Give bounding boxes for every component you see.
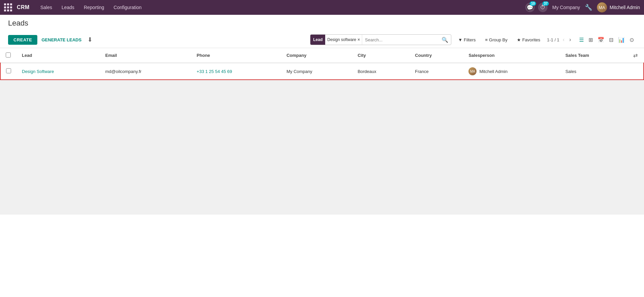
list-view-button[interactable]: ☰	[577, 35, 586, 44]
row-company: My Company	[287, 69, 312, 74]
row-email-cell: md@oilcompany.fr	[100, 63, 191, 80]
filter-group: ▼ Filters ≡ Group By ★ Favorites	[456, 36, 542, 44]
row-city: Bordeaux	[357, 69, 376, 74]
app-brand[interactable]: CRM	[17, 4, 30, 10]
download-button[interactable]: ⬇	[85, 35, 94, 45]
updates-badge: 37	[542, 1, 549, 6]
toolbar-left: CREATE GENERATE LEADS ⬇	[8, 35, 307, 45]
col-header-phone[interactable]: Phone	[191, 48, 281, 63]
graph-view-button[interactable]: 📊	[616, 35, 627, 44]
company-name[interactable]: My Company	[552, 5, 580, 10]
prev-page-button[interactable]: ‹	[561, 36, 566, 43]
col-header-company[interactable]: Company	[281, 48, 352, 63]
row-city-cell: Bordeaux	[352, 63, 410, 80]
row-checkbox[interactable]	[6, 68, 11, 73]
kanban-view-button[interactable]: ⊞	[586, 35, 595, 44]
filters-button[interactable]: ▼ Filters	[456, 36, 478, 44]
row-extra-cell	[627, 63, 644, 80]
group-by-icon: ≡	[485, 37, 488, 42]
updates-icon-btn[interactable]: ⏱ 37	[538, 3, 547, 12]
apps-menu-icon[interactable]	[4, 3, 12, 11]
nav-item-reporting[interactable]: Reporting	[80, 3, 108, 12]
row-checkbox-cell	[0, 63, 16, 80]
search-tag-value-container: Design software ×	[325, 35, 362, 45]
graph-icon: 📊	[618, 37, 625, 43]
nav-item-leads[interactable]: Leads	[58, 3, 78, 12]
list-icon: ☰	[579, 37, 584, 43]
search-icon: 🔍	[442, 37, 448, 43]
salesperson-avatar: MA	[468, 67, 477, 75]
avatar: MA	[597, 2, 607, 12]
nav-item-configuration[interactable]: Configuration	[110, 3, 146, 12]
col-lead-label: Lead	[22, 53, 32, 58]
row-salesperson-cell: MA Mitchell Admin	[463, 63, 560, 80]
user-name: Mitchell Admin	[610, 5, 640, 10]
col-header-sales-team[interactable]: Sales Team	[560, 48, 627, 63]
filters-label: Filters	[464, 37, 476, 42]
pivot-view-button[interactable]: ⊟	[607, 35, 615, 44]
col-header-city[interactable]: City	[352, 48, 410, 63]
select-all-checkbox[interactable]	[6, 52, 11, 58]
toolbar-right: Lead Design software × 🔍 ▼ Filters ≡	[310, 34, 636, 45]
filter-icon: ▼	[458, 37, 462, 42]
col-header-country[interactable]: Country	[410, 48, 463, 63]
row-country-cell: France	[410, 63, 463, 80]
next-page-button[interactable]: ›	[568, 36, 572, 43]
group-by-button[interactable]: ≡ Group By	[483, 36, 510, 44]
search-tag-close-btn[interactable]: ×	[357, 37, 360, 42]
column-settings-button[interactable]: ⇄	[633, 51, 638, 59]
col-header-lead[interactable]: Lead	[16, 48, 100, 63]
activity-icon: ⊙	[630, 37, 634, 43]
nav-item-sales[interactable]: Sales	[36, 3, 56, 12]
pagination-text: 1-1 / 1	[547, 37, 559, 42]
favorites-label: Favorites	[522, 37, 540, 42]
search-input[interactable]	[362, 37, 439, 42]
group-by-label: Group By	[489, 37, 507, 42]
col-sales-team-label: Sales Team	[565, 53, 589, 58]
favorites-button[interactable]: ★ Favorites	[515, 36, 542, 44]
activity-view-button[interactable]: ⊙	[628, 35, 636, 44]
row-phone-cell: +33 1 25 54 45 69	[191, 63, 281, 80]
star-icon: ★	[517, 37, 521, 42]
col-company-label: Company	[287, 53, 306, 58]
pivot-icon: ⊟	[609, 37, 613, 43]
col-phone-label: Phone	[197, 53, 210, 58]
messages-icon-btn[interactable]: 💬 10	[525, 3, 535, 12]
nav-right: 💬 10 ⏱ 37 My Company 🔧 MA Mitchell Admin	[525, 2, 640, 12]
salesperson-container: MA Mitchell Admin	[468, 67, 555, 75]
col-header-salesperson[interactable]: Salesperson	[463, 48, 560, 63]
pagination: 1-1 / 1 ‹ ›	[547, 36, 572, 43]
calendar-view-button[interactable]: 📅	[596, 35, 606, 44]
search-tag-lead: Lead	[310, 35, 325, 45]
col-salesperson-label: Salesperson	[468, 53, 494, 58]
row-company-cell: My Company	[281, 63, 352, 80]
avatar-image: MA	[597, 2, 607, 12]
page-header: Leads	[0, 15, 644, 28]
row-sales-team: Sales	[565, 69, 576, 74]
row-salesperson: Mitchell Admin	[479, 69, 507, 74]
row-phone[interactable]: +33 1 25 54 45 69	[197, 69, 232, 74]
download-icon: ⬇	[87, 36, 92, 43]
create-button[interactable]: CREATE	[8, 35, 37, 45]
toolbar: CREATE GENERATE LEADS ⬇ Lead Design soft…	[0, 32, 644, 48]
search-submit-button[interactable]: 🔍	[439, 37, 451, 43]
col-country-label: Country	[415, 53, 432, 58]
col-header-email[interactable]: Email	[100, 48, 191, 63]
row-lead-cell: Design Software	[16, 63, 100, 80]
page-title: Leads	[8, 19, 636, 28]
page-background	[0, 80, 644, 215]
table-row: Design Software md@oilcompany.fr +33 1 2…	[0, 63, 644, 80]
kanban-icon: ⊞	[589, 37, 593, 43]
col-header-settings: ⇄	[627, 48, 644, 63]
user-menu[interactable]: MA Mitchell Admin	[597, 2, 640, 12]
lead-link[interactable]: Design Software	[22, 69, 54, 74]
col-city-label: City	[357, 53, 366, 58]
calendar-icon: 📅	[598, 37, 604, 43]
nav-menu: Sales Leads Reporting Configuration	[36, 3, 525, 12]
settings-wrench-icon[interactable]: 🔧	[583, 2, 594, 12]
generate-leads-button[interactable]: GENERATE LEADS	[40, 35, 83, 45]
top-navigation: CRM Sales Leads Reporting Configuration …	[0, 0, 644, 15]
row-sales-team-cell: Sales	[560, 63, 627, 80]
table-header-row: Lead Email Phone Company City	[0, 48, 644, 63]
main-content: Leads CREATE GENERATE LEADS ⬇ Lead Desig…	[0, 15, 644, 297]
